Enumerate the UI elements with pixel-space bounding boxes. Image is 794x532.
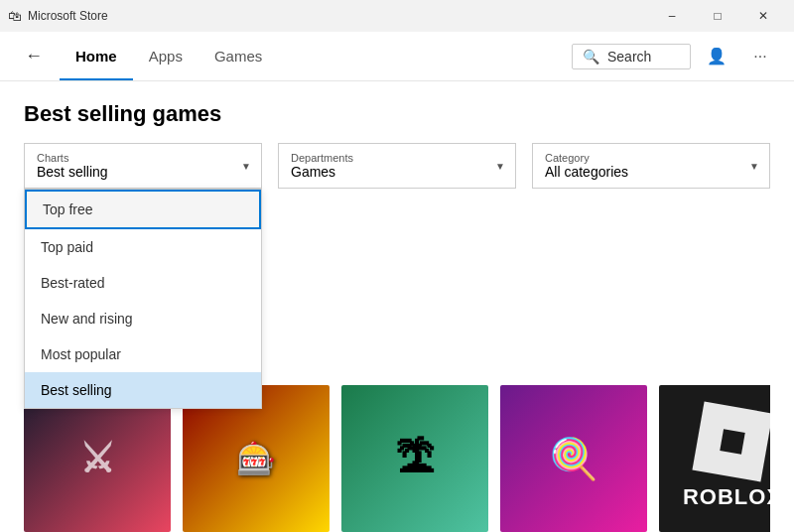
- charts-label: Charts: [37, 152, 249, 164]
- nav-tabs: Home Apps Games: [60, 32, 572, 80]
- departments-dropdown[interactable]: Departments Games ▼: [278, 143, 516, 189]
- search-icon: 🔍: [583, 49, 599, 65]
- category-value: All categories: [545, 164, 757, 180]
- search-box[interactable]: 🔍 Search: [572, 44, 691, 69]
- charts-value: Best selling: [37, 164, 249, 180]
- departments-filter-container: Departments Games ▼: [278, 143, 516, 189]
- charts-dropdown-menu: Top free Top paid Best-rated New and ris…: [24, 189, 262, 409]
- content-area: Charts Best selling ▼ Top free Top paid …: [24, 143, 770, 532]
- departments-value: Games: [291, 164, 503, 180]
- dropdown-item-most-popular[interactable]: Most popular: [25, 336, 261, 372]
- maximize-button[interactable]: □: [695, 0, 740, 32]
- filter-row: Charts Best selling ▼ Top free Top paid …: [24, 143, 770, 189]
- more-button[interactable]: ···: [742, 39, 778, 74]
- dropdown-item-new-rising[interactable]: New and rising: [25, 301, 261, 336]
- dropdown-item-best-selling[interactable]: Best selling: [25, 372, 261, 408]
- category-label: Category: [545, 152, 757, 164]
- departments-label: Departments: [291, 152, 503, 164]
- tab-apps[interactable]: Apps: [133, 32, 198, 80]
- app-card-candy-crush[interactable]: 🍭 Candy Crush Soda Saga ★★★★★ 152 Instal…: [500, 385, 647, 532]
- charts-dropdown[interactable]: Charts Best selling ▼: [24, 143, 262, 189]
- main-content: Best selling games Charts Best selling ▼…: [0, 81, 794, 532]
- category-arrow-icon: ▼: [749, 161, 759, 172]
- back-button[interactable]: ←: [16, 39, 52, 74]
- nav-right: 🔍 Search 👤 ···: [572, 39, 778, 74]
- page-title: Best selling games: [24, 101, 770, 127]
- title-bar: 🛍 Microsoft Store – □ ✕: [0, 0, 794, 32]
- minimize-button[interactable]: –: [649, 0, 695, 32]
- departments-arrow-icon: ▼: [495, 161, 505, 172]
- app-icon: 🛍: [8, 8, 22, 24]
- close-button[interactable]: ✕: [740, 0, 786, 32]
- nav-bar: ← Home Apps Games 🔍 Search 👤 ···: [0, 32, 794, 81]
- window-controls: – □ ✕: [649, 0, 786, 32]
- charts-arrow-icon: ▼: [241, 161, 251, 172]
- account-button[interactable]: 👤: [699, 39, 734, 74]
- tab-home[interactable]: Home: [60, 32, 133, 80]
- dropdown-item-best-rated[interactable]: Best-rated: [25, 265, 261, 301]
- app-thumb-roblox: ROBLOX: [659, 385, 770, 532]
- dropdown-item-top-paid[interactable]: Top paid: [25, 229, 261, 265]
- tab-games[interactable]: Games: [198, 32, 278, 80]
- app-title: Microsoft Store: [28, 9, 649, 23]
- category-dropdown[interactable]: Category All categories ▼: [532, 143, 770, 189]
- app-card-paradise-island[interactable]: 🏝 Paradise Island 2 ★★★★★ 194 Free*: [341, 385, 488, 532]
- dropdown-item-top-free[interactable]: Top free: [25, 190, 261, 229]
- app-thumb-paradise-island: 🏝: [341, 385, 488, 532]
- charts-filter-container: Charts Best selling ▼ Top free Top paid …: [24, 143, 262, 189]
- search-label: Search: [607, 49, 651, 65]
- category-filter-container: Category All categories ▼: [532, 143, 770, 189]
- app-card-roblox[interactable]: ROBLOX ROBLOX Free*: [659, 385, 770, 532]
- app-thumb-candy-crush: 🍭: [500, 385, 647, 532]
